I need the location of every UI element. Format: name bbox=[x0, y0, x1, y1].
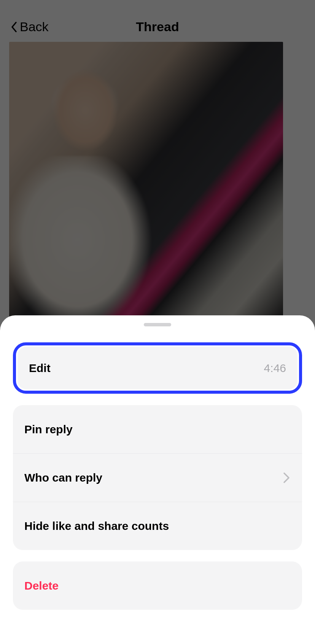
edit-highlight: Edit 4:46 bbox=[13, 342, 302, 394]
settings-group: Pin reply Who can reply Hide like and sh… bbox=[13, 405, 302, 550]
who-can-reply-label: Who can reply bbox=[24, 471, 102, 484]
delete-group: Delete bbox=[13, 561, 302, 610]
edit-time: 4:46 bbox=[264, 362, 286, 375]
sheet-grabber[interactable] bbox=[144, 323, 171, 326]
edit-item[interactable]: Edit 4:46 bbox=[18, 347, 298, 389]
delete-item[interactable]: Delete bbox=[13, 561, 302, 610]
pin-reply-label: Pin reply bbox=[24, 423, 73, 436]
action-sheet: Edit 4:46 Pin reply Who can reply Hide l… bbox=[0, 315, 315, 644]
edit-group: Edit 4:46 bbox=[18, 347, 298, 389]
who-can-reply-item[interactable]: Who can reply bbox=[13, 453, 302, 502]
hide-counts-label: Hide like and share counts bbox=[24, 520, 169, 533]
pin-reply-item[interactable]: Pin reply bbox=[13, 405, 302, 453]
delete-label: Delete bbox=[24, 579, 59, 592]
hide-counts-item[interactable]: Hide like and share counts bbox=[13, 502, 302, 550]
edit-label: Edit bbox=[29, 362, 51, 375]
chevron-right-icon bbox=[282, 472, 291, 483]
